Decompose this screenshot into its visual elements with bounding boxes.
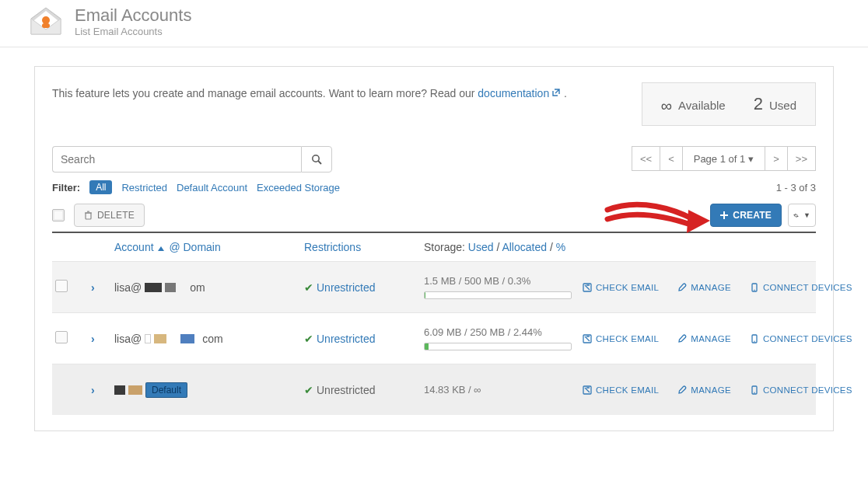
row-checkbox[interactable] (55, 280, 68, 292)
delete-button[interactable]: DELETE (74, 204, 145, 227)
expand-row[interactable]: › (86, 384, 111, 396)
pager-prev[interactable]: < (660, 146, 683, 171)
plus-icon (720, 211, 728, 219)
gear-icon (793, 211, 799, 221)
col-restrictions[interactable]: Restrictions (304, 241, 421, 253)
pager-page-select[interactable]: Page 1 of 1▾ (683, 146, 766, 171)
actions-cell: CHECK EMAILMANAGECONNECT DEVICES (583, 283, 857, 292)
pager: << < Page 1 of 1▾ > >> (632, 146, 816, 171)
restriction-cell: ✔Unrestricted (304, 281, 421, 294)
svg-point-21 (754, 392, 754, 392)
storage-cell: 6.09 MB / 250 MB / 2.44% (424, 326, 579, 350)
expand-row[interactable]: › (86, 333, 111, 345)
filter-restricted[interactable]: Restricted (121, 182, 167, 193)
available-value: ∞ (661, 97, 672, 115)
select-all-checkbox[interactable] (52, 209, 65, 221)
check-email-link[interactable]: CHECK EMAIL (583, 283, 659, 292)
restriction-cell: ✔Unrestricted (304, 333, 421, 345)
intro-text: This feature lets you create and manage … (52, 82, 626, 102)
col-storage: Storage: Used / Allocated / % (424, 241, 579, 253)
sort-asc-icon (158, 246, 164, 251)
table-row: ›lisa@com✔Unrestricted6.09 MB / 250 MB /… (52, 312, 816, 364)
col-storage-pct[interactable]: % (556, 241, 565, 253)
actions-cell: CHECK EMAILMANAGECONNECT DEVICES (583, 385, 857, 395)
page-title: Email Accounts (75, 6, 191, 25)
stats-box: ∞ Available 2 Used (642, 82, 816, 126)
table-row: ›Default✔Unrestricted14.83 KB / ∞CHECK E… (52, 364, 816, 415)
pager-first[interactable]: << (632, 146, 660, 171)
trash-icon (84, 211, 93, 220)
account-cell: lisa@com (114, 333, 301, 345)
svg-rect-7 (86, 213, 91, 219)
usage-bar (424, 343, 572, 350)
caret-down-icon: ▾ (748, 153, 754, 165)
pager-next[interactable]: > (765, 146, 788, 171)
default-badge: Default (145, 382, 187, 398)
svg-point-15 (754, 289, 754, 290)
filter-default-account[interactable]: Default Account (177, 182, 247, 193)
available-label: Available (678, 99, 726, 112)
col-storage-allocated[interactable]: Allocated (502, 241, 547, 253)
connect-devices-link[interactable]: CONNECT DEVICES (750, 283, 852, 292)
usage-bar (424, 291, 572, 299)
filter-exceeded-storage[interactable]: Exceeded Storage (257, 182, 340, 193)
page-subtitle: List Email Accounts (75, 26, 191, 37)
expand-row[interactable]: › (86, 281, 111, 294)
used-label: Used (769, 99, 796, 112)
row-checkbox[interactable] (55, 331, 68, 343)
restriction-cell: ✔Unrestricted (304, 384, 421, 396)
search-button[interactable] (301, 146, 332, 173)
search-icon (311, 154, 322, 165)
svg-line-6 (318, 161, 321, 164)
manage-link[interactable]: MANAGE (677, 283, 731, 292)
mail-icon (28, 6, 64, 37)
col-account[interactable]: Account @ Domain (114, 241, 301, 253)
table-row: ›lisa@om✔Unrestricted1.5 MB / 500 MB / 0… (52, 261, 816, 312)
manage-link[interactable]: MANAGE (677, 385, 731, 395)
connect-devices-link[interactable]: CONNECT DEVICES (750, 385, 852, 395)
documentation-link[interactable]: documentation (478, 87, 561, 99)
filter-all[interactable]: All (89, 180, 112, 194)
check-icon: ✔ (304, 281, 313, 294)
col-storage-used[interactable]: Used (468, 241, 494, 253)
create-button[interactable]: CREATE (710, 204, 782, 227)
used-value: 2 (754, 94, 763, 114)
storage-cell: 14.83 KB / ∞ (424, 384, 579, 396)
check-icon: ✔ (304, 333, 313, 345)
pager-last[interactable]: >> (788, 146, 816, 171)
result-count: 1 - 3 of 3 (776, 182, 816, 193)
search-input[interactable] (52, 146, 301, 173)
svg-point-18 (754, 340, 754, 341)
caret-down-icon: ▼ (803, 211, 810, 219)
actions-cell: CHECK EMAILMANAGECONNECT DEVICES (583, 334, 857, 343)
accounts-table: Account @ Domain Restrictions Storage: U… (52, 232, 816, 415)
svg-rect-4 (42, 23, 50, 28)
check-email-link[interactable]: CHECK EMAIL (583, 334, 659, 343)
check-icon: ✔ (304, 384, 313, 396)
check-email-link[interactable]: CHECK EMAIL (583, 385, 659, 395)
main-panel: This feature lets you create and manage … (34, 66, 834, 431)
external-link-icon (551, 88, 561, 97)
manage-link[interactable]: MANAGE (677, 334, 731, 343)
account-cell: Default (114, 382, 301, 398)
connect-devices-link[interactable]: CONNECT DEVICES (750, 334, 852, 343)
svg-marker-10 (687, 210, 710, 233)
settings-button[interactable]: ▼ (788, 204, 816, 227)
storage-cell: 1.5 MB / 500 MB / 0.3% (424, 275, 579, 299)
filter-label: Filter: (52, 182, 80, 193)
svg-point-3 (42, 16, 50, 24)
svg-point-5 (313, 155, 319, 162)
account-cell: lisa@om (114, 281, 301, 294)
